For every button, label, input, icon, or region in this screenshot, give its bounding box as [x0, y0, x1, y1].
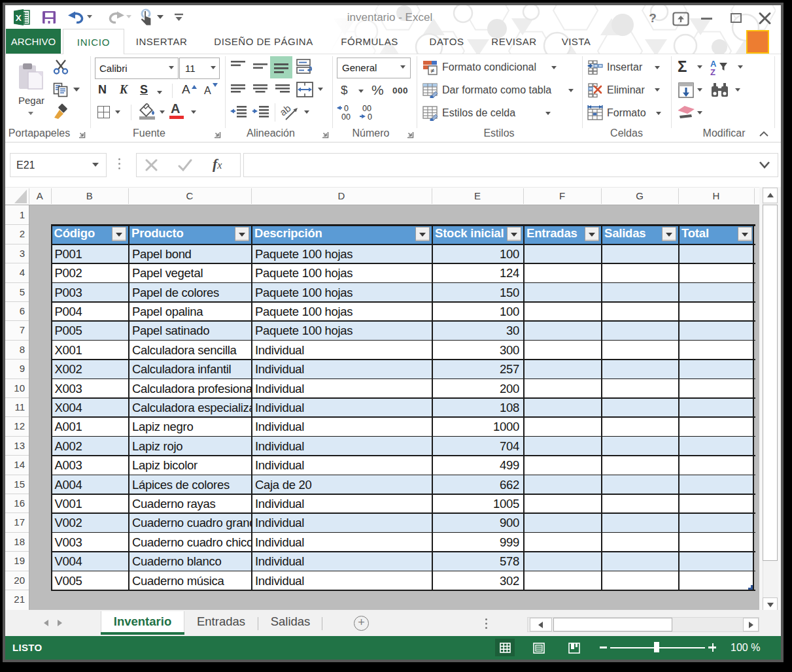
svg-text:0: 0 [368, 112, 372, 121]
svg-text:X: X [16, 13, 22, 23]
svg-text:≠: ≠ [430, 67, 434, 75]
svg-text:00: 00 [362, 104, 371, 113]
svg-text:00: 00 [341, 112, 351, 121]
svg-text:ab: ab [281, 103, 293, 118]
svg-text:Z: Z [710, 67, 715, 76]
svg-text:0: 0 [344, 104, 349, 113]
